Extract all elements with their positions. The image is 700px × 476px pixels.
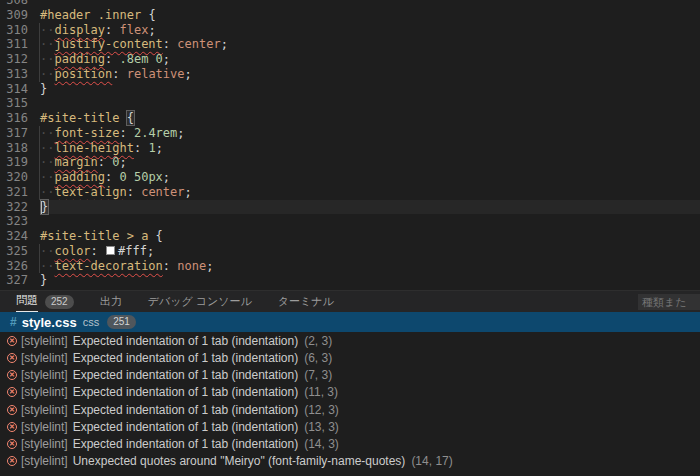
code-token: padding — [54, 170, 105, 184]
code-token: text-decoration — [54, 259, 162, 273]
code-token: ·· — [40, 52, 54, 66]
code-token: : — [105, 23, 119, 37]
problem-row[interactable]: ✕[stylelint]Expected indentation of 1 ta… — [0, 401, 700, 418]
code-token — [119, 111, 126, 125]
code-line[interactable]: 321··text-align: center; — [0, 185, 700, 200]
code-token: #site-title > a — [40, 229, 148, 243]
line-number: 321 — [0, 185, 28, 200]
code-token: : — [134, 141, 148, 155]
code-line[interactable]: 317··font-size: 2.4rem; — [0, 126, 700, 141]
code-line[interactable]: 327} — [0, 273, 700, 288]
code-line[interactable]: 318··line-height: 1; — [0, 141, 700, 156]
code-token: ·· — [40, 185, 54, 199]
tab-label: ターミナル — [278, 292, 334, 312]
code-token: font-size — [54, 126, 119, 140]
panel-tab-other[interactable]: ターミナル — [278, 291, 334, 312]
code-token: ·· — [40, 244, 54, 258]
code-token: justify-content — [54, 37, 162, 51]
code-token: } — [40, 273, 47, 287]
problem-position: (14, 17) — [411, 454, 452, 468]
code-token: ·· — [40, 155, 54, 169]
problem-row[interactable]: ✕[stylelint]Expected indentation of 1 ta… — [0, 436, 700, 453]
problem-row[interactable]: ✕[stylelint]Expected indentation of 1 ta… — [0, 349, 700, 366]
problem-row[interactable]: ✕[stylelint]Unexpected quotes around "Me… — [0, 453, 700, 470]
line-number: 314 — [0, 82, 28, 97]
code-token: text-align — [54, 185, 126, 199]
code-line[interactable]: 326··text-decoration: none; — [0, 259, 700, 274]
code-editor[interactable]: 308309#header .inner {310··display: flex… — [0, 0, 700, 290]
code-token: margin — [54, 155, 97, 169]
code-line[interactable]: 315 — [0, 96, 700, 111]
problems-list: ✕[stylelint]Expected indentation of 1 ta… — [0, 332, 700, 470]
tab-count-badge: 252 — [45, 295, 74, 309]
line-number: 311 — [0, 37, 28, 52]
line-number: 313 — [0, 67, 28, 82]
code-token: 2.4rem — [134, 126, 177, 140]
code-token: ; — [147, 244, 154, 258]
code-line[interactable]: 309#header .inner { — [0, 8, 700, 23]
problem-message: Expected indentation of 1 tab (indentati… — [73, 385, 299, 399]
code-token: ; — [120, 155, 127, 169]
code-line[interactable]: 324#site-title > a { — [0, 229, 700, 244]
code-token: { — [141, 8, 155, 22]
code-line[interactable]: 312··padding: .8em 0; — [0, 52, 700, 67]
problem-source: [stylelint] — [21, 420, 68, 434]
panel-tab-other[interactable]: デバッグ コンソール — [148, 291, 252, 312]
code-line[interactable]: 314} — [0, 82, 700, 97]
code-line[interactable]: 322} — [0, 200, 700, 215]
problems-file-row[interactable]: ⌄ # style.css css 251 — [0, 312, 700, 332]
code-line[interactable]: 308 — [0, 0, 700, 8]
chevron-down-icon[interactable]: ⌄ — [0, 315, 4, 329]
line-number: 318 — [0, 141, 28, 156]
code-token: } — [41, 200, 48, 214]
problem-message: Expected indentation of 1 tab (indentati… — [73, 334, 299, 348]
panel-tab-problems[interactable]: 問題252 — [16, 291, 74, 312]
code-token: ·· — [40, 23, 54, 37]
panel-tab-other[interactable]: 出力 — [100, 291, 122, 312]
code-line[interactable]: 313··position: relative; — [0, 67, 700, 82]
problem-row[interactable]: ✕[stylelint]Expected indentation of 1 ta… — [0, 332, 700, 349]
code-token: center — [177, 37, 220, 51]
code-token: 1 — [148, 141, 155, 155]
code-line[interactable]: 316#site-title { — [0, 111, 700, 126]
problem-message: Expected indentation of 1 tab (indentati… — [73, 351, 299, 365]
code-line[interactable]: 320··padding: 0 50px; — [0, 170, 700, 185]
error-icon: ✕ — [7, 370, 17, 380]
problem-source: [stylelint] — [21, 385, 68, 399]
problem-message: Expected indentation of 1 tab (indentati… — [73, 403, 299, 417]
code-line-content: ··justify-content: center; — [40, 37, 700, 52]
code-token: ·· — [40, 141, 54, 155]
code-token: ; — [156, 141, 163, 155]
problem-position: (11, 3) — [304, 385, 338, 399]
code-token: ; — [185, 185, 192, 199]
code-token: : — [105, 170, 119, 184]
code-token: .8em 0 — [119, 52, 162, 66]
code-line-content: ··font-size: 2.4rem; — [40, 126, 700, 141]
code-line[interactable]: 325··color: #fff; — [0, 244, 700, 259]
code-line[interactable]: 319··margin: 0; — [0, 155, 700, 170]
code-line[interactable]: 310··display: flex; — [0, 23, 700, 38]
code-line-content: ··position: relative; — [40, 67, 700, 82]
file-name: style.css — [22, 315, 77, 330]
color-swatch — [106, 246, 115, 255]
tab-label: 出力 — [100, 292, 122, 312]
line-number: 316 — [0, 111, 28, 126]
problem-source: [stylelint] — [21, 334, 68, 348]
problem-row[interactable]: ✕[stylelint]Expected indentation of 1 ta… — [0, 418, 700, 435]
code-line[interactable]: 311··justify-content: center; — [0, 37, 700, 52]
line-number: 327 — [0, 273, 28, 288]
line-number: 319 — [0, 155, 28, 170]
problem-row[interactable]: ✕[stylelint]Expected indentation of 1 ta… — [0, 367, 700, 384]
line-number: 323 — [0, 214, 28, 229]
code-line-content: #site-title { — [40, 111, 700, 126]
code-line-content: ··padding: 0 50px; — [40, 170, 700, 185]
code-token: flex — [119, 23, 148, 37]
css-file-icon: # — [10, 315, 17, 329]
problem-row[interactable]: ✕[stylelint]Expected indentation of 1 ta… — [0, 384, 700, 401]
problems-filter-input[interactable] — [638, 294, 700, 310]
line-number: 324 — [0, 229, 28, 244]
code-line-content — [40, 96, 700, 111]
code-token: ·· — [40, 37, 54, 51]
line-number: 320 — [0, 170, 28, 185]
code-line[interactable]: 323 — [0, 214, 700, 229]
